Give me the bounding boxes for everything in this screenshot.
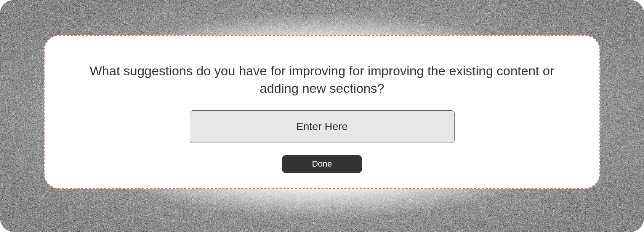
feedback-card: What suggestions do you have for improvi… (44, 35, 600, 189)
done-button[interactable]: Done (282, 155, 362, 173)
stage: What suggestions do you have for improvi… (0, 0, 644, 232)
question-text: What suggestions do you have for improvi… (82, 62, 562, 97)
suggestions-input[interactable] (190, 110, 455, 143)
